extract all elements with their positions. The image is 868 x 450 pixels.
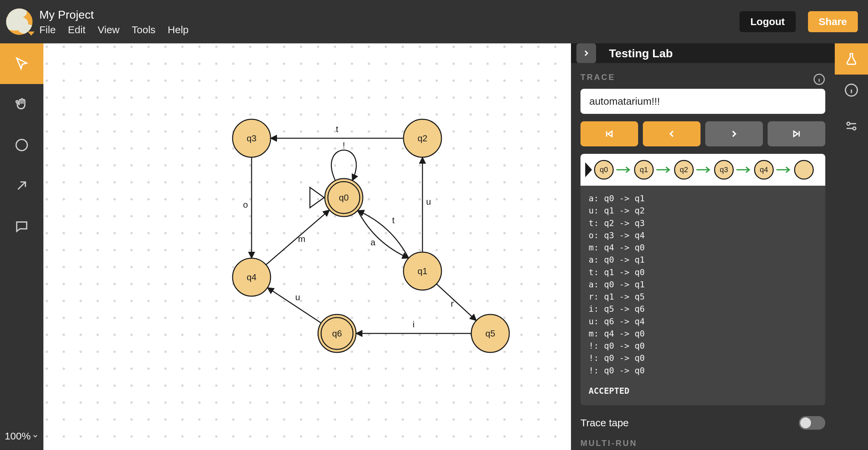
trace-log-line: u: q6 -> q4: [589, 315, 817, 328]
arrow-right-icon: [696, 166, 712, 174]
trace-input[interactable]: [580, 89, 825, 114]
trace-log-line: u: q1 -> q2: [589, 205, 817, 217]
trace-log-line: !: q0 -> q0: [589, 340, 817, 352]
transition-tool[interactable]: [0, 165, 43, 206]
multi-run-section-label: MULTI-RUN: [580, 436, 825, 450]
trace-path: q0q1q2q3q4: [580, 154, 825, 186]
svg-text:q3: q3: [247, 133, 257, 143]
share-button[interactable]: Share: [808, 11, 858, 32]
arrow-right-icon: [656, 166, 672, 174]
svg-point-0: [16, 140, 27, 151]
menu-view[interactable]: View: [98, 24, 119, 36]
sliders-icon: [844, 119, 859, 133]
menu-bar: File Edit View Tools Help: [39, 24, 189, 36]
collapse-panel-button[interactable]: [576, 43, 596, 63]
app-logo[interactable]: [6, 8, 33, 35]
state-node[interactable]: q2: [403, 119, 441, 157]
info-icon: [844, 83, 859, 97]
state-node[interactable]: q3: [233, 119, 271, 157]
trace-result: ACCEPTED: [589, 385, 817, 397]
transition-label: t: [336, 124, 338, 134]
menu-file[interactable]: File: [39, 24, 56, 36]
trace-log: a: q0 -> q1u: q1 -> q2t: q2 -> q3o: q3 -…: [580, 186, 825, 405]
transition-label: u: [295, 292, 300, 302]
chevron-right-icon: [729, 128, 739, 139]
trace-path-state: q1: [634, 160, 654, 180]
trace-log-line: a: q0 -> q1: [589, 192, 817, 205]
chevron-left-icon: [666, 128, 677, 139]
cursor-icon: [14, 56, 29, 71]
trace-log-line: a: q0 -> q1: [589, 279, 817, 291]
cursor-tool[interactable]: [0, 43, 43, 84]
comment-icon: [14, 219, 29, 234]
trace-section-label: TRACE: [580, 70, 615, 89]
comment-tool[interactable]: [0, 206, 43, 247]
circle-icon: [14, 138, 29, 152]
arrow-right-icon: [616, 166, 632, 174]
trace-path-state: q2: [674, 160, 694, 180]
menu-tools[interactable]: Tools: [132, 24, 156, 36]
svg-rect-2: [43, 43, 571, 450]
trace-log-line: o: q3 -> q4: [589, 229, 817, 242]
trace-path-state: q4: [754, 160, 774, 180]
hand-icon: [14, 97, 29, 112]
state-tool[interactable]: [0, 125, 43, 165]
transition-label: m: [298, 234, 305, 244]
trace-path-state: [794, 160, 814, 180]
trace-log-line: !: q0 -> q0: [589, 365, 817, 377]
transition-label: t: [392, 215, 395, 225]
transition-label: a: [371, 237, 376, 247]
trace-end-button[interactable]: [768, 121, 825, 146]
state-node[interactable]: q0: [325, 179, 363, 217]
svg-text:q0: q0: [339, 192, 349, 203]
state-node[interactable]: q5: [471, 314, 509, 352]
state-node[interactable]: q1: [403, 252, 441, 290]
svg-text:q1: q1: [418, 266, 428, 276]
info-tab[interactable]: [835, 75, 868, 106]
transition-label: u: [426, 197, 431, 207]
arrow-right-icon: [736, 166, 752, 174]
svg-text:q6: q6: [332, 328, 342, 339]
trace-tape-label: Trace tape: [580, 417, 629, 429]
transition-label: r: [451, 299, 454, 309]
testing-lab-tab[interactable]: [835, 43, 868, 75]
settings-tab[interactable]: [835, 110, 868, 142]
panel-title: Testing Lab: [609, 47, 673, 60]
arrow-right-icon: [776, 166, 792, 174]
menu-help[interactable]: Help: [168, 24, 189, 36]
svg-text:q4: q4: [247, 272, 257, 282]
trace-forward-button[interactable]: [705, 121, 763, 146]
trace-log-line: t: q2 -> q3: [589, 217, 817, 229]
svg-point-21: [847, 122, 850, 125]
trace-log-line: m: q4 -> q0: [589, 242, 817, 254]
trace-log-line: a: q0 -> q1: [589, 254, 817, 266]
trace-log-line: r: q1 -> q5: [589, 291, 817, 303]
transition-label: i: [413, 319, 415, 329]
transition-label: o: [243, 200, 248, 210]
trace-path-state: q0: [594, 160, 614, 180]
menu-edit[interactable]: Edit: [68, 24, 85, 36]
svg-text:q5: q5: [486, 328, 495, 339]
trace-reset-button[interactable]: [580, 121, 638, 146]
hand-tool[interactable]: [0, 84, 43, 125]
canvas[interactable]: !atutomriuq0q1q2q3q4q5q6: [43, 43, 571, 450]
app-header: My Project File Edit View Tools Help Log…: [0, 0, 868, 43]
logout-button[interactable]: Logout: [739, 11, 796, 32]
right-rail: [835, 43, 868, 450]
arrow-up-right-icon: [14, 178, 29, 193]
trace-log-line: i: q5 -> q6: [589, 303, 817, 315]
trace-log-line: t: q1 -> q0: [589, 266, 817, 279]
trace-log-line: m: q4 -> q0: [589, 328, 817, 340]
testing-lab-panel: Testing Lab TRACE: [571, 43, 835, 450]
flask-icon: [844, 52, 859, 66]
svg-point-22: [853, 127, 856, 130]
state-node[interactable]: q4: [233, 258, 271, 296]
info-icon[interactable]: [813, 73, 825, 85]
state-node[interactable]: q6: [318, 314, 356, 352]
trace-back-button[interactable]: [643, 121, 701, 146]
trace-tape-toggle[interactable]: [799, 416, 825, 430]
zoom-indicator[interactable]: 100%: [5, 422, 39, 450]
left-toolbar: 100%: [0, 43, 43, 450]
trace-log-line: !: q0 -> q0: [589, 352, 817, 364]
project-title: My Project: [39, 8, 189, 21]
